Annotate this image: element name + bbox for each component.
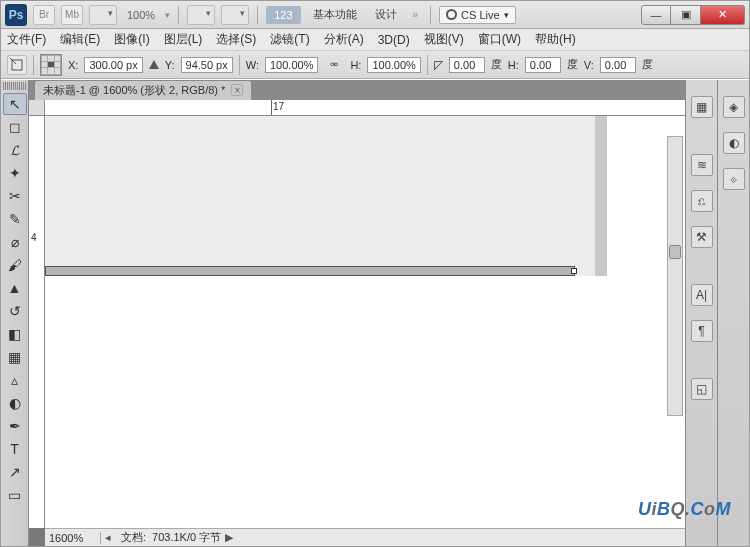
menu-image[interactable]: 图像(I) xyxy=(114,31,149,48)
menu-layer[interactable]: 图层(L) xyxy=(164,31,203,48)
close-button[interactable]: ✕ xyxy=(701,5,745,25)
transform-bounding-box[interactable] xyxy=(45,266,575,276)
history-brush-tool[interactable]: ↺ xyxy=(3,300,27,322)
docinfo-menu-icon[interactable]: ▶ xyxy=(221,531,237,544)
workspace-more-icon[interactable]: » xyxy=(409,9,423,20)
paths-panel-icon[interactable]: ⟐ xyxy=(723,168,745,190)
paragraph-panel-icon[interactable]: ¶ xyxy=(691,320,713,342)
close-tab-icon[interactable]: × xyxy=(231,84,243,96)
scrollbar-thumb[interactable] xyxy=(669,245,681,259)
workspace-basic-tab[interactable]: 基本功能 xyxy=(307,4,363,25)
zoom-menu-icon[interactable]: ◂ xyxy=(101,531,115,544)
transform-handle[interactable] xyxy=(571,268,577,274)
eraser-tool[interactable]: ◧ xyxy=(3,323,27,345)
angle-input[interactable]: 0.00 xyxy=(449,57,485,73)
marquee-tool[interactable]: ◻ xyxy=(3,116,27,138)
x-input[interactable]: 300.00 px xyxy=(84,57,142,73)
panel-col-a: ▦ ≋ ⎌ ⚒ A| ¶ ◱ xyxy=(685,80,717,546)
tool-strip: ↖ ◻ 𝓛 ✦ ✂ ✎ ⌀ 🖌 ▲ ↺ ◧ ▦ ▵ ◐ ✒ T ↗ ▭ xyxy=(1,80,29,546)
wand-tool[interactable]: ✦ xyxy=(3,162,27,184)
menu-3d[interactable]: 3D(D) xyxy=(378,33,410,47)
ruler-h-tick-label: 17 xyxy=(273,101,284,112)
type-tool[interactable]: T xyxy=(3,438,27,460)
y-input[interactable]: 94.50 px xyxy=(181,57,233,73)
gradient-tool[interactable]: ▦ xyxy=(3,346,27,368)
workspace-design-tab[interactable]: 设计 xyxy=(369,4,403,25)
ruler-origin[interactable] xyxy=(29,100,45,116)
menu-window[interactable]: 窗口(W) xyxy=(478,31,521,48)
move-tool[interactable]: ↖ xyxy=(3,93,27,115)
layers-panel-icon[interactable]: ◈ xyxy=(723,96,745,118)
zoom-field[interactable]: 1600% xyxy=(45,532,101,544)
menu-view[interactable]: 视图(V) xyxy=(424,31,464,48)
layout-dropdown[interactable] xyxy=(89,5,117,25)
vertical-scrollbar[interactable] xyxy=(667,136,683,416)
ps-logo-icon: Ps xyxy=(5,4,27,26)
chevron-down-icon[interactable]: ▾ xyxy=(165,10,170,20)
heal-tool[interactable]: ⌀ xyxy=(3,231,27,253)
blur-tool[interactable]: ▵ xyxy=(3,369,27,391)
menu-filter[interactable]: 滤镜(T) xyxy=(270,31,309,48)
crop-tool[interactable]: ✂ xyxy=(3,185,27,207)
brush-tool[interactable]: 🖌 xyxy=(3,254,27,276)
document-tab-bar: 未标题-1 @ 1600% (形状 2, RGB/8) * × xyxy=(29,80,685,100)
channels-panel-icon[interactable]: ◐ xyxy=(723,132,745,154)
skew-v-input[interactable]: 0.00 xyxy=(600,57,636,73)
w-input[interactable]: 100.00% xyxy=(265,57,318,73)
rectangle-tool[interactable]: ▭ xyxy=(3,484,27,506)
eyedropper-tool[interactable]: ✎ xyxy=(3,208,27,230)
document-tab[interactable]: 未标题-1 @ 1600% (形状 2, RGB/8) * × xyxy=(35,81,251,100)
horizontal-ruler[interactable]: 17 xyxy=(45,100,685,116)
character-panel-icon[interactable]: A| xyxy=(691,284,713,306)
skew-h-label: H: xyxy=(508,59,519,71)
menu-help[interactable]: 帮助(H) xyxy=(535,31,576,48)
menu-edit[interactable]: 编辑(E) xyxy=(60,31,100,48)
minibridge-button[interactable]: Mb xyxy=(61,5,83,25)
lasso-tool[interactable]: 𝓛 xyxy=(3,139,27,161)
menu-analysis[interactable]: 分析(A) xyxy=(324,31,364,48)
delta-icon[interactable] xyxy=(149,60,159,69)
title-zoom-label: 100% xyxy=(123,9,159,21)
arrange-dropdown[interactable] xyxy=(187,5,215,25)
dodge-tool[interactable]: ◐ xyxy=(3,392,27,414)
screenmode-dropdown[interactable] xyxy=(221,5,249,25)
stamp-tool[interactable]: ▲ xyxy=(3,277,27,299)
skew-h-input[interactable]: 0.00 xyxy=(525,57,561,73)
vertical-ruler[interactable]: 4 xyxy=(29,116,45,528)
reference-point-selector[interactable] xyxy=(40,54,62,76)
panel-col-b: ◈ ◐ ⟐ xyxy=(717,80,749,546)
workspace-123-button[interactable]: 123 xyxy=(266,6,300,24)
menu-select[interactable]: 选择(S) xyxy=(216,31,256,48)
shape-layer-preview xyxy=(45,116,597,276)
separator xyxy=(178,6,179,24)
separator xyxy=(239,55,240,75)
menu-file[interactable]: 文件(F) xyxy=(7,31,46,48)
link-aspect-icon[interactable]: ⚮ xyxy=(324,55,344,75)
toolpreset-panel-icon[interactable]: ⚒ xyxy=(691,226,713,248)
docinfo-value: 703.1K/0 字节 xyxy=(152,530,221,545)
h-input[interactable]: 100.00% xyxy=(367,57,420,73)
bridge-button[interactable]: Br xyxy=(33,5,55,25)
canvas[interactable] xyxy=(45,116,685,528)
y-label: Y: xyxy=(165,59,175,71)
svg-line-1 xyxy=(10,58,16,64)
navigator-panel-icon[interactable]: ◱ xyxy=(691,378,713,400)
skew-v-unit: 度 xyxy=(642,57,653,72)
clone-panel-icon[interactable]: ⎌ xyxy=(691,190,713,212)
minimize-button[interactable]: — xyxy=(641,5,671,25)
pen-tool[interactable]: ✒ xyxy=(3,415,27,437)
cslive-button[interactable]: CS Live ▾ xyxy=(439,6,516,24)
rotate-icon: ◸ xyxy=(434,58,443,72)
transform-tool-icon[interactable] xyxy=(7,55,27,75)
brush-panel-icon[interactable]: ≋ xyxy=(691,154,713,176)
document-area: 未标题-1 @ 1600% (形状 2, RGB/8) * × 17 4 160… xyxy=(29,80,685,546)
toolstrip-handle[interactable] xyxy=(3,82,27,90)
maximize-button[interactable]: ▣ xyxy=(671,5,701,25)
path-select-tool[interactable]: ↗ xyxy=(3,461,27,483)
separator xyxy=(427,55,428,75)
menu-bar: 文件(F) 编辑(E) 图像(I) 图层(L) 选择(S) 滤镜(T) 分析(A… xyxy=(1,29,749,51)
ruler-v-tick-label: 4 xyxy=(31,232,37,243)
thumbnails-panel-icon[interactable]: ▦ xyxy=(691,96,713,118)
docinfo-label: 文档: xyxy=(115,530,152,545)
watermark: UiBQ.CoM xyxy=(638,499,731,520)
